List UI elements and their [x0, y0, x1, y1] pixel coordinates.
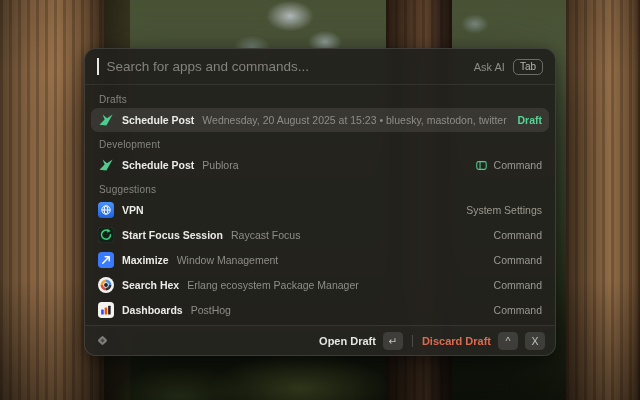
item-subtitle: Wednesday, 20 August 2025 at 15:23 • blu…: [202, 114, 509, 126]
item-accessory: Draft: [517, 114, 542, 126]
command-icon: [475, 159, 488, 172]
hex-icon: [98, 277, 114, 293]
item-accessory-label: Command: [494, 229, 542, 241]
item-accessory-label: Command: [494, 279, 542, 291]
item-subtitle: PostHog: [191, 304, 486, 316]
item-accessory: Command: [494, 254, 542, 266]
item-accessory: Command: [475, 159, 542, 172]
list-item[interactable]: Search HexErlang ecosystem Package Manag…: [91, 273, 549, 297]
item-title: Search Hex: [122, 279, 179, 291]
item-title: VPN: [122, 204, 144, 216]
tree-trunk: [566, 0, 640, 400]
raycast-launcher-window: Ask AI Tab DraftsSchedule PostWednesday,…: [84, 48, 556, 356]
section-header: Drafts: [99, 94, 541, 105]
item-subtitle: Publora: [202, 159, 466, 171]
return-key-badge: ↵: [383, 332, 403, 350]
item-accessory: Command: [494, 229, 542, 241]
search-bar: Ask AI Tab: [85, 49, 555, 85]
desktop-background: Ask AI Tab DraftsSchedule PostWednesday,…: [0, 0, 640, 400]
publora-bird-icon: [98, 112, 114, 128]
list-item[interactable]: VPNSystem Settings: [91, 198, 549, 222]
item-accessory-label: Draft: [517, 114, 542, 126]
item-title: Dashboards: [122, 304, 183, 316]
item-subtitle: Erlang ecosystem Package Manager: [187, 279, 485, 291]
item-title: Schedule Post: [122, 159, 194, 171]
list-item[interactable]: DashboardsPostHogCommand: [91, 298, 549, 322]
item-subtitle: Raycast Focus: [231, 229, 486, 241]
focus-icon: [98, 227, 114, 243]
results-list: DraftsSchedule PostWednesday, 20 August …: [85, 85, 555, 325]
list-item[interactable]: MaximizeWindow ManagementCommand: [91, 248, 549, 272]
search-input[interactable]: [107, 59, 466, 74]
maximize-icon: [98, 252, 114, 268]
item-subtitle: Window Management: [177, 254, 486, 266]
text-cursor: [97, 58, 99, 75]
item-accessory-label: Command: [494, 159, 542, 171]
action-bar: Open Draft ↵ Discard Draft ^ X: [85, 325, 555, 355]
ask-ai-label[interactable]: Ask AI: [474, 61, 505, 73]
item-accessory-label: Command: [494, 254, 542, 266]
vpn-icon: [98, 202, 114, 218]
open-draft-button[interactable]: Open Draft: [319, 335, 376, 347]
section-header: Suggestions: [99, 184, 541, 195]
item-title: Maximize: [122, 254, 169, 266]
item-accessory: Command: [494, 304, 542, 316]
list-item[interactable]: Schedule PostWednesday, 20 August 2025 a…: [91, 108, 549, 132]
section-header: Development: [99, 139, 541, 150]
divider: [412, 335, 413, 347]
item-accessory-label: Command: [494, 304, 542, 316]
item-accessory-label: System Settings: [466, 204, 542, 216]
publora-bird-icon: [98, 157, 114, 173]
posthog-icon: [98, 302, 114, 318]
control-key-badge: ^: [498, 332, 518, 350]
item-accessory: System Settings: [466, 204, 542, 216]
discard-draft-button[interactable]: Discard Draft: [422, 335, 491, 347]
raycast-logo-icon: [95, 333, 110, 348]
tab-key-badge: Tab: [513, 59, 543, 75]
item-accessory: Command: [494, 279, 542, 291]
item-title: Start Focus Session: [122, 229, 223, 241]
x-key-badge: X: [525, 332, 545, 350]
item-title: Schedule Post: [122, 114, 194, 126]
list-item[interactable]: Start Focus SessionRaycast FocusCommand: [91, 223, 549, 247]
list-item[interactable]: Schedule PostPubloraCommand: [91, 153, 549, 177]
